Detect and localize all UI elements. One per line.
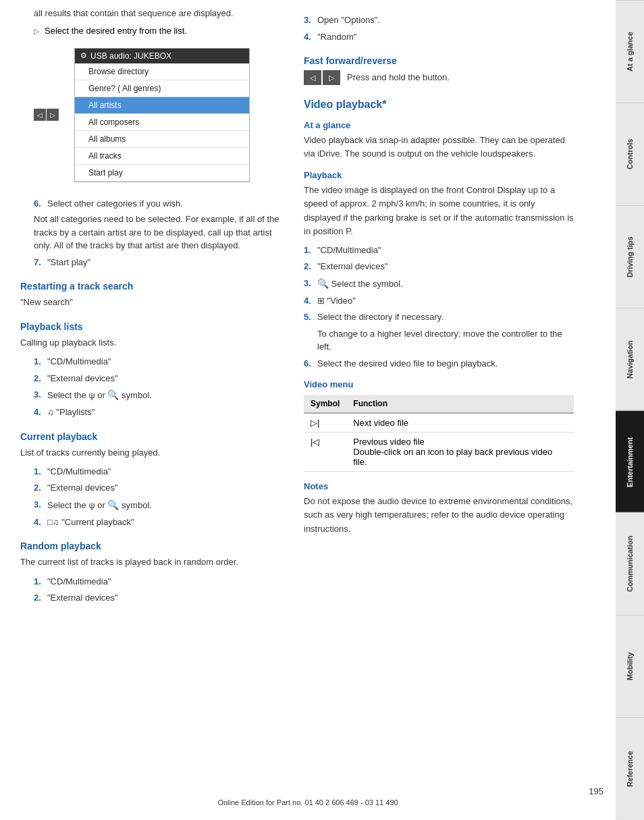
video-playback-heading: Video playback* bbox=[304, 99, 574, 111]
pl-num-1: 1. bbox=[34, 355, 47, 368]
cp-text-3: Select the ψ or 🔍 symbol. bbox=[47, 498, 152, 512]
ff-buttons: ◁ ▷ bbox=[304, 70, 340, 85]
page-footer: Online Edition for Part no. 01 40 2 606 … bbox=[0, 798, 616, 807]
tab-mobility[interactable]: Mobility bbox=[616, 615, 644, 717]
cp-text-4: □♫ "Current playback" bbox=[47, 516, 134, 529]
notes-text: Do not expose the audio device to extrem… bbox=[304, 495, 574, 535]
ff-text: Press and hold the button. bbox=[347, 71, 450, 84]
cp-step-1: 1. "CD/Multimedia" bbox=[20, 465, 284, 479]
pl-num-4: 4. bbox=[34, 406, 47, 419]
cp-num-1: 1. bbox=[34, 465, 47, 479]
restarting-text: "New search" bbox=[20, 296, 284, 309]
vp-num-2: 2. bbox=[304, 260, 317, 273]
cp-num-2: 2. bbox=[34, 481, 47, 495]
bullet-text: Select the desired entry from the list. bbox=[45, 26, 187, 36]
vp-text-4: ⊞ "Video" bbox=[317, 294, 356, 308]
tab-driving-tips[interactable]: Driving tips bbox=[616, 205, 644, 308]
nav-left-icon: ◁ bbox=[34, 109, 46, 121]
step-6-num: 6. bbox=[34, 197, 47, 211]
vp-step-3: 3. 🔍 Select the symbol. bbox=[304, 277, 574, 291]
restarting-heading: Restarting a track search bbox=[20, 281, 284, 292]
current-playback-desc: List of tracks currently being played. bbox=[20, 446, 284, 460]
usb-icon: ⚙ bbox=[80, 51, 87, 60]
rc-num-3: 3. bbox=[304, 13, 317, 27]
vp-step-6: 6. Select the desired video file to begi… bbox=[304, 357, 574, 371]
video-menu-table: Symbol Function ▷| Next video file |◁ P bbox=[304, 395, 574, 472]
table-func-2-extra: Double-click on an icon to play back pre… bbox=[353, 447, 552, 467]
vp-text-5: Select the directory if necessary. bbox=[317, 310, 444, 324]
pl-text-1: "CD/Multimedia" bbox=[47, 355, 111, 368]
rp-num-1: 1. bbox=[34, 575, 47, 589]
rc-num-4: 4. bbox=[304, 30, 317, 44]
cp-num-4: 4. bbox=[34, 516, 47, 529]
menu-browse: Browse directory bbox=[75, 63, 249, 80]
cp-step-3: 3. Select the ψ or 🔍 symbol. bbox=[20, 498, 284, 512]
step-7: 7. "Start play" bbox=[20, 256, 284, 269]
step-7-text: "Start play" bbox=[47, 256, 90, 269]
sidebar-tabs: At a glance Controls Driving tips Naviga… bbox=[616, 0, 644, 820]
cp-num-3: 3. bbox=[34, 498, 47, 512]
ff-forward-btn[interactable]: ▷ bbox=[323, 70, 340, 85]
nav-right-icon: ▷ bbox=[47, 109, 59, 121]
pl-step-1: 1. "CD/Multimedia" bbox=[20, 355, 284, 368]
tab-reference-label: Reference bbox=[626, 751, 634, 787]
rp-text-2: "External devices" bbox=[47, 591, 118, 605]
table-func-2-main: Previous video file bbox=[353, 437, 425, 447]
tab-reference[interactable]: Reference bbox=[616, 717, 644, 820]
pl-num-2: 2. bbox=[34, 372, 47, 385]
tab-at-a-glance-label: At a glance bbox=[626, 32, 634, 72]
vp-num-1: 1. bbox=[304, 244, 317, 257]
pl-text-3: Select the ψ or 🔍 symbol. bbox=[47, 388, 152, 402]
pl-step-3: 3. Select the ψ or 🔍 symbol. bbox=[20, 388, 284, 402]
table-func-1: Next video file bbox=[346, 413, 574, 433]
intro-text1: all results that contain that sequence a… bbox=[20, 7, 284, 20]
tab-driving-tips-label: Driving tips bbox=[626, 236, 634, 277]
usb-title-text: USB audio: JUKEBOX bbox=[90, 51, 171, 61]
vp-step-5-sub: To change to a higher level directory: m… bbox=[304, 327, 574, 354]
playback-lists-desc: Calling up playback lists. bbox=[20, 336, 284, 350]
tab-communication[interactable]: Communication bbox=[616, 512, 644, 615]
playback-text: The video image is displayed on the fron… bbox=[304, 184, 574, 238]
table-header-function: Function bbox=[346, 395, 574, 413]
notes-section: Notes Do not expose the audio device to … bbox=[304, 481, 574, 535]
notes-heading: Notes bbox=[304, 481, 574, 491]
tab-controls-label: Controls bbox=[626, 139, 634, 169]
rc-text-4: "Random" bbox=[317, 30, 356, 44]
playback-heading: Playback bbox=[304, 170, 574, 180]
tab-navigation[interactable]: Navigation bbox=[616, 308, 644, 410]
vp-step-2: 2. "External devices" bbox=[304, 260, 574, 273]
menu-start: Start play bbox=[75, 165, 249, 182]
vp-num-4: 4. bbox=[304, 294, 317, 308]
menu-albums: All albums bbox=[75, 131, 249, 148]
fast-forward-heading: Fast forward/reverse bbox=[304, 55, 574, 66]
ff-back-btn[interactable]: ◁ bbox=[304, 70, 321, 85]
bullet-select: ▷ Select the desired entry from the list… bbox=[20, 26, 284, 36]
tab-controls[interactable]: Controls bbox=[616, 103, 644, 205]
vp-num-5: 5. bbox=[304, 310, 317, 324]
rp-num-2: 2. bbox=[34, 591, 47, 605]
step-6-text: Select other categories if you wish. bbox=[47, 197, 183, 211]
vp-num-6: 6. bbox=[304, 357, 317, 371]
vp-num-3: 3. bbox=[304, 277, 317, 291]
usb-menu-screenshot: ◁ ▷ ⚙ USB audio: JUKEBOX Browse director… bbox=[20, 41, 284, 189]
table-row: |◁ Previous video file Double-click on a… bbox=[304, 433, 574, 472]
tab-at-a-glance[interactable]: At a glance bbox=[616, 0, 644, 103]
rp-text-1: "CD/Multimedia" bbox=[47, 575, 111, 589]
cp-step-2: 2. "External devices" bbox=[20, 481, 284, 495]
pl-text-4: ♫ "Playlists" bbox=[47, 406, 95, 419]
usb-menu-box: ⚙ USB audio: JUKEBOX Browse directory Ge… bbox=[74, 48, 250, 182]
current-playback-heading: Current playback bbox=[20, 431, 284, 442]
cp-text-2: "External devices" bbox=[47, 481, 118, 495]
vp-text-3: 🔍 Select the symbol. bbox=[317, 277, 403, 291]
table-symbol-2: |◁ bbox=[304, 433, 346, 472]
pl-step-2: 2. "External devices" bbox=[20, 372, 284, 385]
menu-composers: All composers bbox=[75, 114, 249, 131]
rp-step-1: 1. "CD/Multimedia" bbox=[20, 575, 284, 589]
random-playback-desc: The current list of tracks is played bac… bbox=[20, 555, 284, 569]
bullet-arrow-icon: ▷ bbox=[34, 27, 39, 36]
tab-communication-label: Communication bbox=[626, 536, 634, 592]
tab-entertainment[interactable]: Entertainment bbox=[616, 410, 644, 513]
table-header-symbol: Symbol bbox=[304, 395, 346, 413]
cp-step-4: 4. □♫ "Current playback" bbox=[20, 516, 284, 529]
table-row: ▷| Next video file bbox=[304, 413, 574, 433]
